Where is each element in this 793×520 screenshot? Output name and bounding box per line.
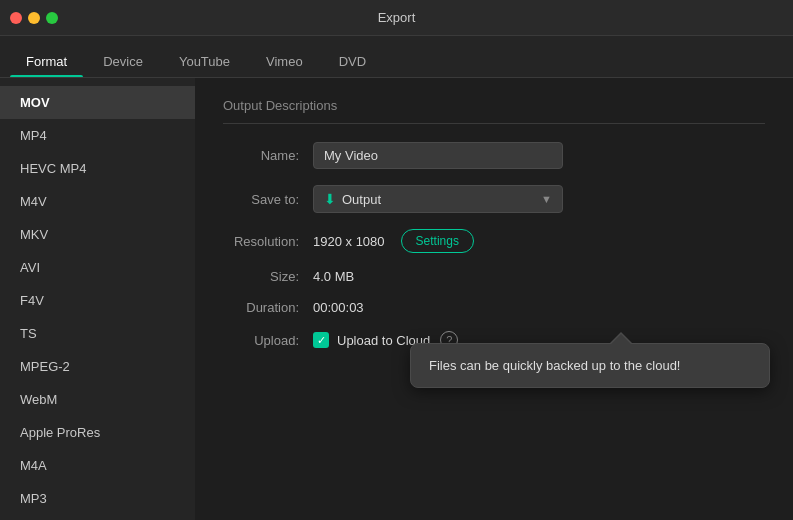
minimize-button[interactable] [28,12,40,24]
save-to-left: ⬇ Output [324,191,381,207]
save-to-dropdown[interactable]: ⬇ Output ▼ [313,185,563,213]
sidebar-item-ts[interactable]: TS [0,317,195,350]
download-icon: ⬇ [324,191,336,207]
resolution-row: Resolution: 1920 x 1080 Settings [223,229,765,253]
sidebar-item-mkv[interactable]: MKV [0,218,195,251]
tooltip-balloon: Files can be quickly backed up to the cl… [410,343,770,388]
sidebar-item-m4v[interactable]: M4V [0,185,195,218]
upload-to-cloud-checkbox[interactable]: ✓ [313,332,329,348]
tab-vimeo[interactable]: Vimeo [250,46,319,77]
maximize-button[interactable] [46,12,58,24]
tooltip-arrow [611,334,631,344]
tooltip-text: Files can be quickly backed up to the cl… [429,358,680,373]
sidebar-item-hevc-mp4[interactable]: HEVC MP4 [0,152,195,185]
sidebar-item-mov[interactable]: MOV [0,86,195,119]
size-value: 4.0 MB [313,269,354,284]
sidebar-item-mp3[interactable]: MP3 [0,482,195,515]
size-label: Size: [223,269,313,284]
name-row: Name: [223,142,765,169]
duration-label: Duration: [223,300,313,315]
resolution-value: 1920 x 1080 [313,234,385,249]
sidebar-item-mpeg2[interactable]: MPEG-2 [0,350,195,383]
sidebar-item-mp4[interactable]: MP4 [0,119,195,152]
save-to-row: Save to: ⬇ Output ▼ [223,185,765,213]
sidebar-item-m4a[interactable]: M4A [0,449,195,482]
titlebar: Export [0,0,793,36]
window-title: Export [378,10,416,25]
name-label: Name: [223,148,313,163]
tab-dvd[interactable]: DVD [323,46,382,77]
upload-label: Upload: [223,333,313,348]
checkmark-icon: ✓ [317,335,326,346]
close-button[interactable] [10,12,22,24]
resolution-label: Resolution: [223,234,313,249]
settings-button[interactable]: Settings [401,229,474,253]
tab-device[interactable]: Device [87,46,159,77]
chevron-down-icon: ▼ [541,193,552,205]
traffic-lights [10,12,58,24]
tab-format[interactable]: Format [10,46,83,77]
sidebar-item-apple-prores[interactable]: Apple ProRes [0,416,195,449]
tabbar: Format Device YouTube Vimeo DVD [0,36,793,78]
main-layout: MOV MP4 HEVC MP4 M4V MKV AVI F4V TS MPEG… [0,78,793,520]
sidebar-item-f4v[interactable]: F4V [0,284,195,317]
sidebar-item-avi[interactable]: AVI [0,251,195,284]
save-to-value: Output [342,192,381,207]
name-input[interactable] [313,142,563,169]
save-to-label: Save to: [223,192,313,207]
duration-row: Duration: 00:00:03 [223,300,765,315]
sidebar: MOV MP4 HEVC MP4 M4V MKV AVI F4V TS MPEG… [0,78,195,520]
sidebar-item-webm[interactable]: WebM [0,383,195,416]
size-row: Size: 4.0 MB [223,269,765,284]
duration-value: 00:00:03 [313,300,364,315]
tab-youtube[interactable]: YouTube [163,46,246,77]
section-title: Output Descriptions [223,98,765,124]
content-area: Output Descriptions Name: Save to: ⬇ Out… [195,78,793,520]
